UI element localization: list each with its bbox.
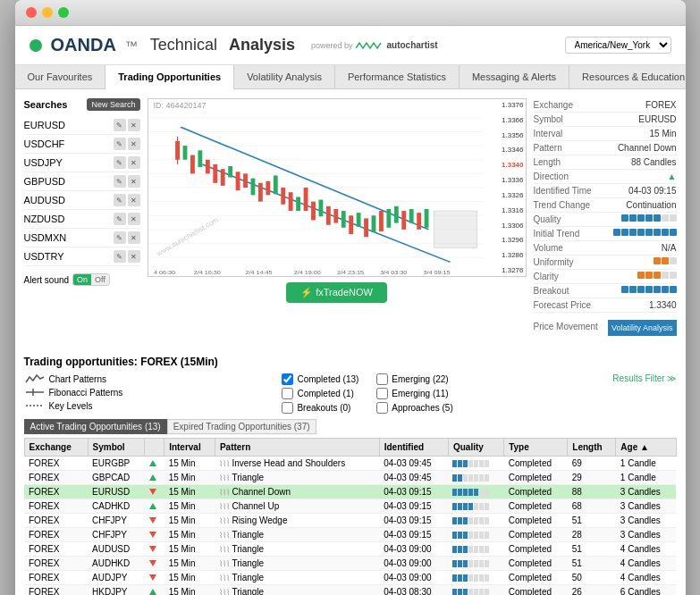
chart-svg: 4 06:30 2/4 10:30 2/4 14:45 2/4 19:00 2/… xyxy=(148,99,526,276)
minimize-btn[interactable] xyxy=(42,7,53,18)
results-filter-link[interactable]: Results Filter ≫ xyxy=(612,373,676,383)
quality-bar xyxy=(479,474,484,482)
cb-emerging-11[interactable] xyxy=(376,388,388,399)
edit-icon[interactable]: ✎ xyxy=(114,119,126,131)
logo-tm: ™ xyxy=(125,38,138,53)
close-icon-4[interactable]: ✕ xyxy=(128,175,140,188)
quality-bar xyxy=(474,560,478,567)
cb-emerging-22[interactable] xyxy=(376,373,388,385)
timezone-wrapper[interactable]: America/New_York xyxy=(565,37,671,54)
timezone-select[interactable]: America/New_York xyxy=(565,37,671,54)
close-icon-7[interactable]: ✕ xyxy=(128,231,140,244)
quality-bar xyxy=(468,489,473,496)
cell-direction xyxy=(145,557,164,571)
legend-chart-label: Chart Patterns xyxy=(49,374,106,384)
price-highlight: 1.3340 xyxy=(502,161,523,169)
itbar7 xyxy=(662,229,669,236)
itbar3 xyxy=(629,229,637,236)
svg-rect-24 xyxy=(250,179,255,196)
active-opportunities-tab[interactable]: Active Trading Opportunities (13) xyxy=(24,419,167,434)
cell-exchange: FOREX xyxy=(24,585,88,596)
search-icons: ✎ ✕ xyxy=(114,119,140,131)
cb-completed-13[interactable] xyxy=(282,373,293,385)
edit-icon-5[interactable]: ✎ xyxy=(114,194,126,206)
close-icon-5[interactable]: ✕ xyxy=(128,194,140,206)
info-label-forecast: Forecast Price xyxy=(534,300,591,310)
svg-text:2/4 23:15: 2/4 23:15 xyxy=(337,269,364,274)
edit-icon-8[interactable]: ✎ xyxy=(114,250,126,263)
alert-toggle[interactable]: On Off xyxy=(72,273,110,286)
cb-breakouts[interactable] xyxy=(282,402,293,414)
tab-performance-statistics[interactable]: Performance Statistics xyxy=(335,65,460,88)
search-icons-4: ✎ ✕ xyxy=(114,175,140,188)
breakout-bars xyxy=(621,286,677,296)
price-1366: 1.3366 xyxy=(502,116,523,124)
edit-icon-7[interactable]: ✎ xyxy=(114,231,126,244)
alert-off[interactable]: Off xyxy=(91,274,109,285)
ubar2 xyxy=(662,257,669,264)
info-row-symbol: Symbol EURUSD xyxy=(534,113,677,127)
close-icon-8[interactable]: ✕ xyxy=(128,250,140,263)
edit-icon-3[interactable]: ✎ xyxy=(114,156,126,169)
cell-type: Completed xyxy=(504,585,568,596)
cell-symbol: AUDJPY xyxy=(88,571,145,585)
close-icon[interactable]: ✕ xyxy=(128,119,140,131)
fx-trade-now-button[interactable]: ⚡ fxTradeNOW xyxy=(286,282,387,303)
direction-down-icon xyxy=(149,560,156,566)
checkbox-emerging-11: Emerging (11) xyxy=(376,388,453,399)
price-labels: 1.3376 1.3366 1.3356 1.3346 1.3340 1.333… xyxy=(502,99,523,276)
autochartist-waves-icon xyxy=(356,39,383,52)
cell-interval: 15 Min xyxy=(164,499,215,514)
close-icon-6[interactable]: ✕ xyxy=(128,213,140,225)
direction-up-icon xyxy=(149,460,156,466)
alert-sound-label: Alert sound xyxy=(24,275,70,285)
quality-bar xyxy=(479,532,484,539)
cell-exchange: FOREX xyxy=(24,457,88,471)
close-btn[interactable] xyxy=(26,7,37,18)
cell-identified: 04-03 09:15 xyxy=(379,499,448,514)
price-1276: 1.3276 xyxy=(502,266,523,274)
close-icon-2[interactable]: ✕ xyxy=(128,138,140,150)
table-body: FOREX EURGBP 15 Min ⌇⌇⌇Inverse Head and … xyxy=(24,457,676,596)
edit-icon-4[interactable]: ✎ xyxy=(114,175,126,188)
edit-icon-6[interactable]: ✎ xyxy=(114,213,126,225)
price-1286: 1.3286 xyxy=(502,251,523,259)
tab-volatility-analysis[interactable]: Volatility Analysis xyxy=(234,65,335,88)
tab-our-favourites[interactable]: Our Favourites xyxy=(15,65,106,88)
svg-rect-23 xyxy=(243,173,248,188)
legend-fibonacci: Fibonacci Patterns xyxy=(24,387,123,398)
autochartist-text: autochartist xyxy=(386,40,437,50)
volatility-analysis-button[interactable]: Volatility Analysis xyxy=(608,320,677,336)
cell-symbol: CHFJPY xyxy=(88,528,145,542)
qbar4 xyxy=(645,214,653,222)
cell-direction xyxy=(145,571,164,585)
cb-completed-1[interactable] xyxy=(282,388,293,399)
edit-icon-2[interactable]: ✎ xyxy=(114,138,126,150)
expired-opportunities-tab[interactable]: Expired Trading Opportunities (37) xyxy=(167,419,316,434)
tab-trading-opportunities[interactable]: Trading Opportunities xyxy=(105,65,234,89)
cell-direction xyxy=(145,485,164,499)
maximize-btn[interactable] xyxy=(58,7,69,18)
quality-bar xyxy=(452,574,457,582)
info-panel: Exchange FOREX Symbol EURUSD Interval 15… xyxy=(534,98,677,339)
info-row-clarity: Clarity xyxy=(534,270,677,284)
quality-bar xyxy=(485,460,489,467)
cb-approaches[interactable] xyxy=(376,402,388,414)
search-icons-7: ✎ ✕ xyxy=(114,231,140,244)
info-value-direction: ▲ xyxy=(668,172,677,181)
cell-identified: 04-03 09:00 xyxy=(379,571,448,585)
cell-length: 51 xyxy=(568,514,616,528)
table-row: FOREX GBPCAD 15 Min ⌇⌇⌇Triangle 04-03 09… xyxy=(24,471,676,485)
quality-bar xyxy=(479,574,484,582)
svg-rect-18 xyxy=(205,160,209,174)
new-search-button[interactable]: New Search xyxy=(87,98,139,111)
cell-type: Completed xyxy=(504,528,568,542)
cell-pattern: ⌇⌇⌇Triangle xyxy=(215,528,379,542)
bbar4 xyxy=(645,286,653,293)
bbar5 xyxy=(654,286,661,293)
tab-resources-education[interactable]: Resources & Education xyxy=(569,65,685,88)
close-icon-3[interactable]: ✕ xyxy=(128,156,140,169)
alert-on[interactable]: On xyxy=(73,274,91,285)
tab-messaging-alerts[interactable]: Messaging & Alerts xyxy=(460,65,569,88)
quality-bar xyxy=(463,460,468,467)
